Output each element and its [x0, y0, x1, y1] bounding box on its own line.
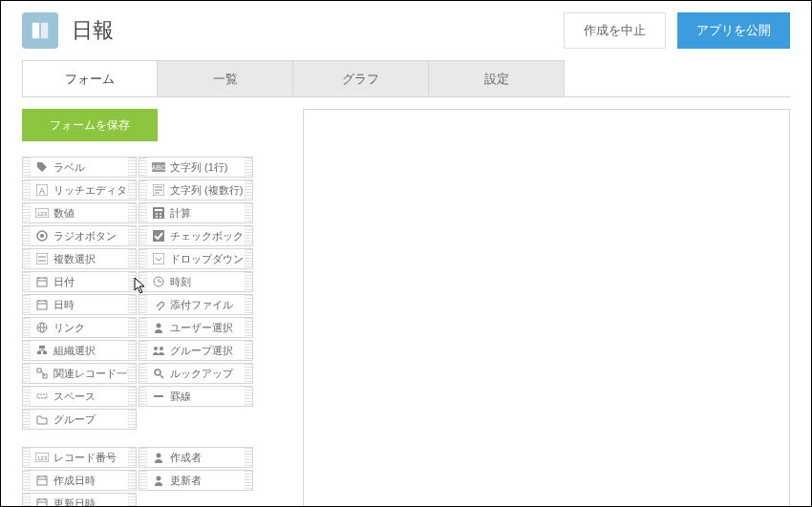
- field-attach-13[interactable]: 添付ファイル: [139, 294, 253, 315]
- field-label: 作成者: [170, 451, 245, 465]
- drag-grip-icon: [139, 203, 147, 222]
- drag-grip-icon: [23, 471, 31, 490]
- field-label: レコード番号: [53, 451, 128, 465]
- field-check-7[interactable]: チェックボックス: [139, 225, 253, 246]
- field-label: 日時: [53, 298, 128, 312]
- field-calendar-2[interactable]: 作成日時: [22, 470, 137, 491]
- field-calc-5[interactable]: 計算: [139, 202, 253, 223]
- lines-icon: [151, 182, 166, 198]
- drag-grip-icon: [128, 410, 136, 429]
- drag-grip-icon: [23, 158, 31, 177]
- drag-grip-icon: [245, 203, 252, 222]
- svg-rect-64: [37, 499, 47, 507]
- field-user-15[interactable]: ユーザー選択: [139, 317, 253, 338]
- field-globe-14[interactable]: リンク: [22, 317, 137, 338]
- tab-settings[interactable]: 設定: [429, 60, 565, 96]
- field-label: 関連レコード一覧: [53, 367, 128, 381]
- field-label: グループ: [53, 412, 128, 427]
- field-123-0[interactable]: 123レコード番号: [22, 447, 137, 468]
- radio-icon: [34, 228, 50, 243]
- field-label: 文字列 (複数行): [170, 183, 245, 198]
- svg-rect-1: [41, 23, 48, 39]
- field-tag-0[interactable]: ラベル: [22, 157, 137, 178]
- field-lookup-19[interactable]: ルックアップ: [139, 363, 253, 384]
- field-org-16[interactable]: 組織選択: [22, 340, 137, 361]
- tab-form[interactable]: フォーム: [22, 60, 158, 96]
- field-space-20[interactable]: スペース: [22, 386, 137, 407]
- field-calendar-12[interactable]: 日時: [22, 294, 137, 315]
- drag-grip-icon: [23, 410, 31, 429]
- space-icon: [34, 389, 50, 404]
- globe-icon: [34, 320, 50, 335]
- dropdown-icon: [151, 251, 166, 266]
- drag-grip-icon: [139, 318, 147, 337]
- 123-icon: 123: [34, 205, 50, 221]
- field-folder-22[interactable]: グループ: [22, 409, 137, 430]
- 123-icon: 123: [34, 450, 50, 465]
- drag-grip-icon: [245, 180, 252, 200]
- calendar-icon: [34, 473, 50, 488]
- field-label: 更新日時: [53, 496, 128, 508]
- field-calendar-4[interactable]: 更新日時: [22, 493, 137, 507]
- field-list-8[interactable]: 複数選択: [22, 248, 137, 269]
- field-clock-11[interactable]: 時刻: [139, 271, 253, 292]
- field-label: 複数選択: [53, 252, 128, 266]
- drag-grip-icon: [245, 158, 252, 177]
- drag-grip-icon: [128, 180, 136, 200]
- folder-icon: [34, 412, 50, 427]
- svg-text:ABC: ABC: [152, 164, 165, 171]
- svg-point-14: [156, 213, 158, 215]
- field-label: ラジオボタン: [53, 229, 128, 243]
- drag-grip-icon: [23, 203, 31, 222]
- field-lines-3[interactable]: 文字列 (複数行): [139, 180, 253, 201]
- hr-icon: [151, 389, 166, 404]
- save-form-button[interactable]: フォームを保存: [22, 109, 158, 141]
- field-abc-1[interactable]: ABC文字列 (1行): [139, 157, 253, 178]
- svg-rect-20: [153, 230, 164, 242]
- drag-grip-icon: [139, 364, 147, 383]
- svg-text:123: 123: [37, 211, 48, 217]
- clock-icon: [151, 274, 166, 289]
- calendar-icon: [34, 496, 50, 507]
- field-hr-21[interactable]: 罫線: [139, 386, 253, 407]
- user-icon: [151, 320, 166, 335]
- publish-button[interactable]: アプリを公開: [677, 12, 790, 49]
- svg-text:123: 123: [37, 455, 48, 461]
- drag-grip-icon: [23, 180, 31, 200]
- field-calendar-10[interactable]: 日付: [22, 271, 137, 292]
- check-icon: [151, 228, 166, 243]
- drag-grip-icon: [245, 318, 252, 337]
- field-label: 罫線: [170, 390, 245, 404]
- drag-grip-icon: [128, 364, 136, 383]
- field-user-3[interactable]: 更新者: [139, 470, 253, 491]
- drag-grip-icon: [139, 295, 147, 314]
- svg-line-53: [160, 375, 163, 378]
- svg-point-58: [157, 454, 161, 458]
- field-related-18[interactable]: 関連レコード一覧: [22, 363, 137, 384]
- tab-list[interactable]: 一覧: [158, 60, 293, 96]
- drag-grip-icon: [245, 471, 252, 490]
- field-A-2[interactable]: Aリッチエディター: [22, 180, 137, 201]
- field-123-4[interactable]: 123数値: [22, 202, 137, 223]
- calendar-icon: [34, 297, 50, 312]
- field-radio-6[interactable]: ラジオボタン: [22, 225, 137, 246]
- drag-grip-icon: [23, 387, 31, 406]
- user-icon: [151, 450, 166, 465]
- field-label: 作成日時: [53, 474, 128, 488]
- form-canvas[interactable]: [303, 109, 790, 507]
- drag-grip-icon: [128, 158, 136, 177]
- tab-graph[interactable]: グラフ: [293, 60, 429, 96]
- svg-rect-49: [37, 369, 41, 372]
- field-label: ルックアップ: [170, 367, 245, 381]
- field-user-1[interactable]: 作成者: [139, 447, 253, 468]
- calc-icon: [151, 205, 166, 221]
- field-label: リッチエディター: [53, 183, 128, 198]
- field-label: ドロップダウン: [170, 252, 245, 266]
- svg-rect-12: [153, 207, 164, 219]
- svg-point-16: [156, 216, 158, 218]
- field-dropdown-9[interactable]: ドロップダウン: [139, 248, 253, 269]
- org-icon: [34, 343, 50, 358]
- drag-grip-icon: [23, 226, 31, 245]
- field-group-17[interactable]: グループ選択: [139, 340, 253, 361]
- cancel-button[interactable]: 作成を中止: [564, 12, 666, 49]
